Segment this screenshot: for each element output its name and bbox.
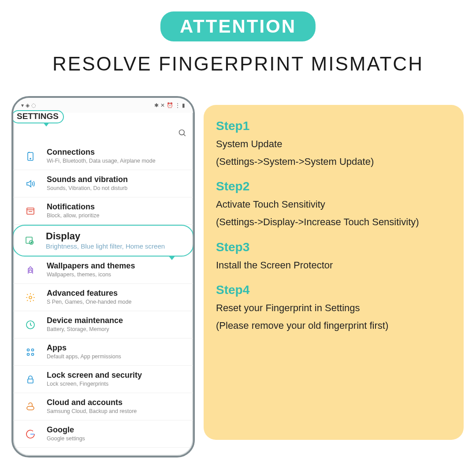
step-title: Step3 bbox=[216, 240, 454, 254]
settings-item-notifications[interactable]: Notifications Block, allow, prioritize bbox=[13, 197, 193, 225]
settings-item-sub: Battery, Storage, Memory bbox=[47, 326, 185, 333]
step-4: Step4 Reset your Fingerprint in Settings… bbox=[216, 283, 454, 332]
gear-icon bbox=[23, 292, 38, 303]
step-line: Reset your Fingerprint in Settings bbox=[216, 301, 454, 315]
step-note: (Please remove your old fingerprint firs… bbox=[216, 319, 454, 332]
settings-item-sub: Google settings bbox=[47, 435, 185, 442]
step-title: Step1 bbox=[216, 119, 454, 133]
svg-rect-4 bbox=[27, 208, 34, 214]
svg-point-15 bbox=[32, 353, 34, 355]
step-line: Install the Screen Protector bbox=[216, 259, 454, 272]
settings-item-title: Connections bbox=[47, 148, 185, 157]
svg-point-0 bbox=[179, 130, 185, 135]
settings-item-sub: Lock screen, Fingerprints bbox=[47, 381, 185, 387]
lock-icon bbox=[23, 374, 38, 385]
cloud-icon bbox=[23, 402, 38, 412]
settings-item-sub: Samsung Cloud, Backup and restore bbox=[47, 408, 185, 415]
settings-item-sub: Brightness, Blue light filter, Home scre… bbox=[46, 242, 185, 250]
connections-icon bbox=[23, 151, 38, 162]
search-icon[interactable] bbox=[178, 129, 187, 139]
settings-item-title: Sounds and vibration bbox=[47, 175, 185, 184]
step-1: Step1 System Update (Settings->System->S… bbox=[216, 119, 454, 168]
shield-icon: ◈ bbox=[26, 102, 30, 108]
svg-point-14 bbox=[27, 353, 30, 355]
settings-item-display[interactable]: Display Brightness, Blue light filter, H… bbox=[12, 225, 194, 257]
step-line: System Update bbox=[216, 138, 454, 151]
svg-point-3 bbox=[30, 158, 31, 159]
carrier-icon: ▾ bbox=[21, 102, 24, 108]
steps-card: Step1 System Update (Settings->System->S… bbox=[204, 105, 464, 440]
settings-item-title: Notifications bbox=[47, 203, 185, 212]
svg-point-12 bbox=[27, 349, 30, 351]
svg-rect-16 bbox=[28, 379, 33, 383]
maintenance-icon bbox=[23, 320, 38, 330]
page-title: RESOLVE FINGERPRINT MISMATCH bbox=[52, 53, 424, 75]
step-3: Step3 Install the Screen Protector bbox=[216, 240, 454, 272]
step-note: (Settings->Display->Increase Touch Sensi… bbox=[216, 216, 454, 229]
settings-list: Connections Wi-Fi, Bluetooth, Data usage… bbox=[13, 143, 193, 448]
svg-line-1 bbox=[184, 134, 186, 136]
google-icon bbox=[23, 429, 38, 439]
svg-rect-9 bbox=[29, 270, 32, 272]
mute-icon: ✕ bbox=[160, 102, 165, 108]
phone-mockup: ▾ ◈ ◌ ✱ ✕ ⏰ ⋮ ▮ SETTINGS bbox=[11, 96, 195, 457]
wallpaper-icon bbox=[23, 265, 38, 275]
settings-item-sub: Default apps, App permissions bbox=[47, 353, 185, 360]
settings-item-title: Display bbox=[46, 231, 185, 242]
settings-item-title: Wallpapers and themes bbox=[47, 262, 185, 271]
svg-point-13 bbox=[32, 349, 34, 351]
step-title: Step2 bbox=[216, 179, 454, 193]
battery-icon: ▮ bbox=[182, 102, 185, 108]
alarm-icon: ⏰ bbox=[167, 102, 173, 108]
display-icon bbox=[22, 235, 37, 246]
settings-item-title: Advanced features bbox=[47, 289, 185, 298]
notifications-icon bbox=[23, 206, 38, 216]
settings-item-sub: Sounds, Vibration, Do not disturb bbox=[47, 185, 185, 192]
svg-point-10 bbox=[29, 296, 32, 299]
step-line: Activate Touch Sensitivity bbox=[216, 198, 454, 211]
settings-item-sub: Block, allow, prioritize bbox=[47, 212, 185, 219]
settings-item-title: Cloud and accounts bbox=[47, 398, 185, 407]
settings-callout: SETTINGS bbox=[11, 110, 64, 123]
settings-item-sounds[interactable]: Sounds and vibration Sounds, Vibration, … bbox=[13, 170, 193, 197]
msg-icon: ◌ bbox=[31, 102, 36, 108]
settings-item-cloud[interactable]: Cloud and accounts Samsung Cloud, Backup… bbox=[13, 393, 193, 420]
attention-pill: ATTENTION bbox=[160, 11, 316, 41]
settings-item-lock-screen[interactable]: Lock screen and security Lock screen, Fi… bbox=[13, 366, 193, 393]
bluetooth-icon: ✱ bbox=[154, 102, 159, 108]
settings-item-google[interactable]: Google Google settings bbox=[13, 420, 193, 448]
settings-item-connections[interactable]: Connections Wi-Fi, Bluetooth, Data usage… bbox=[13, 143, 193, 170]
settings-item-title: Device maintenance bbox=[47, 316, 185, 325]
settings-item-sub: Wallpapers, themes, icons bbox=[47, 271, 185, 278]
settings-item-wallpapers[interactable]: Wallpapers and themes Wallpapers, themes… bbox=[13, 257, 193, 284]
step-2: Step2 Activate Touch Sensitivity (Settin… bbox=[216, 179, 454, 228]
settings-item-advanced[interactable]: Advanced features S Pen, Games, One-hand… bbox=[13, 284, 193, 311]
settings-item-apps[interactable]: Apps Default apps, App permissions bbox=[13, 338, 193, 366]
wifi-icon: ⋮ bbox=[175, 102, 180, 108]
settings-item-sub: S Pen, Games, One-handed mode bbox=[47, 299, 185, 305]
settings-item-title: Google bbox=[47, 426, 185, 435]
step-title: Step4 bbox=[216, 283, 454, 297]
settings-item-title: Apps bbox=[47, 344, 185, 353]
sound-icon bbox=[23, 178, 38, 189]
apps-icon bbox=[23, 347, 38, 357]
settings-item-device-maintenance[interactable]: Device maintenance Battery, Storage, Mem… bbox=[13, 311, 193, 338]
settings-item-sub: Wi-Fi, Bluetooth, Data usage, Airplane m… bbox=[47, 158, 185, 164]
step-note: (Settings->System->System Update) bbox=[216, 155, 454, 168]
settings-item-title: Lock screen and security bbox=[47, 371, 185, 380]
